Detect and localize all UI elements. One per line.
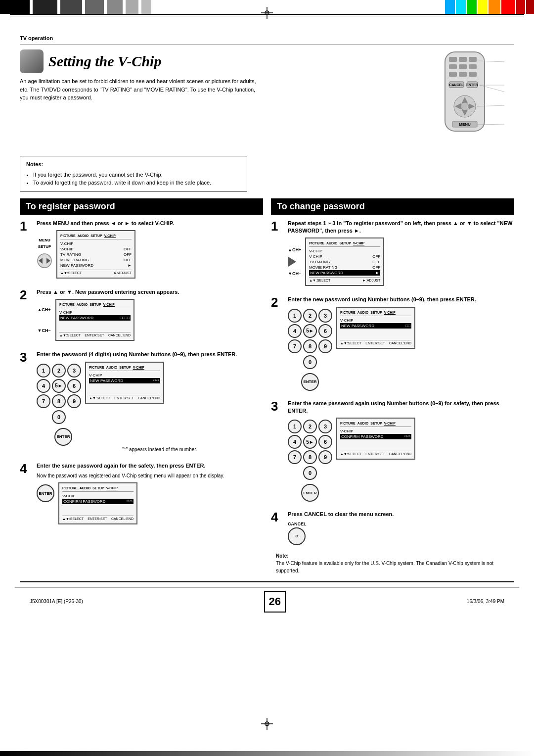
change-step-2-content: Enter the new password using Number butt… <box>288 296 514 392</box>
svg-rect-2 <box>459 57 467 62</box>
crosshair-svg-bottom <box>261 718 273 730</box>
register-step-4: 4 Enter the same password again for the … <box>20 462 263 527</box>
register-step-2-text: Press ▲ or ▼. New password entering scre… <box>37 288 263 296</box>
page-bottom: J5X00301A [E] (P26-30) 26 16/3/06, 3:49 … <box>15 587 519 615</box>
svg-marker-35 <box>288 257 296 267</box>
register-step-2-tv-screen: PICTURE AUDIO SETUP V-CHIP V-CHIP NEW PA… <box>55 299 134 341</box>
num-btn-1: 1 <box>37 364 50 378</box>
num-btn-r3-8: 8 <box>303 450 317 464</box>
register-step-4-tv-screen: PICTURE AUDIO SETUP V-CHIP V-CHIP CONFIR… <box>58 482 137 524</box>
tv-operation-label: TV operation <box>20 35 519 41</box>
register-step-2: 2 Press ▲ or ▼. New password entering sc… <box>20 288 263 344</box>
register-header: To register password <box>20 198 263 215</box>
top-crosshair <box>261 7 273 20</box>
register-step-3: 3 Enter the password (4 digits) using Nu… <box>20 351 263 455</box>
change-step-2-screen: 1 2 3 4 5► 6 7 8 9 0 <box>288 307 514 391</box>
svg-rect-7 <box>449 72 457 77</box>
change-step-1-screen: ▲CH+ ▼CH– PICTURE AUDIO SETUP V-CH <box>288 237 514 286</box>
gray-block-2 <box>107 0 123 14</box>
register-step-1: 1 Press MENU and then press ◄ or ► to se… <box>20 220 263 282</box>
register-step-1-screen: MENU SETUP PICTURE <box>37 230 263 279</box>
register-step-2-number: 2 <box>20 288 34 301</box>
register-step-4-screen: ENTER PICTURE AUDIO SETUP V-CHIP V-CHIP … <box>37 482 263 524</box>
register-step-3-number: 3 <box>20 351 34 364</box>
num-btn-r2-5: 5► <box>303 324 317 338</box>
gray-block-1 <box>85 0 104 14</box>
notes-title: Notes: <box>26 160 241 169</box>
num-btn-r3-5: 5► <box>303 435 317 449</box>
svg-rect-4 <box>449 64 457 69</box>
register-step-1-content: Press MENU and then press ◄ or ► to sele… <box>37 220 263 282</box>
change-step-1-number: 1 <box>271 220 285 233</box>
change-step-1-text: Repeat steps 1 ~ 3 in "To register passw… <box>288 220 514 235</box>
cancel-button: ⊙ <box>288 527 306 545</box>
footer-left: J5X00301A [E] (P26-30) <box>30 599 83 604</box>
num-btn-5: 5► <box>52 379 66 393</box>
num-btn-r3-6: 6 <box>318 435 332 449</box>
change-step-4: 4 Press CANCEL to clear the menu screen.… <box>271 511 514 545</box>
register-column: To register password 1 Press MENU and th… <box>20 198 263 574</box>
green-block <box>467 0 477 14</box>
light-blue-block <box>445 0 455 14</box>
num-btn-r3-3: 3 <box>318 420 332 433</box>
remote-diagram: CANCEL ENTER MENU 0–9 CANCEL ENTER ▲/▼/◄… <box>425 49 514 150</box>
change-step-3-tv-screen: PICTURE AUDIO SETUP V-CHIP V-CHIP CONFIR… <box>336 418 415 460</box>
orange-block <box>489 0 500 14</box>
svg-rect-1 <box>449 57 457 62</box>
change-step-1-content: Repeat steps 1 ~ 3 in "To register passw… <box>288 220 514 289</box>
gray-block-3 <box>126 0 138 14</box>
right-arrow-icon <box>288 254 301 269</box>
register-step-4-text: Enter the same password again for the sa… <box>37 462 263 470</box>
change-step-1: 1 Repeat steps 1 ~ 3 in "To register pas… <box>271 220 514 289</box>
num-btn-r3-2: 2 <box>303 420 317 433</box>
svg-rect-9 <box>469 72 477 77</box>
num-btn-7: 7 <box>37 394 50 408</box>
register-step-1-number: 1 <box>20 220 34 233</box>
num-btn-0: 0 <box>52 410 66 424</box>
change-header: To change password <box>271 198 514 215</box>
gray-block-4 <box>141 0 151 14</box>
change-step-3-screen: 1 2 3 4 5► 6 7 8 9 0 <box>288 418 514 502</box>
crosshair-svg-top <box>261 7 273 19</box>
number-buttons-right-3: 1 2 3 4 5► 6 7 8 9 <box>288 420 332 464</box>
register-step-1-text: Press MENU and then press ◄ or ► to sele… <box>37 220 263 227</box>
num-btn-8: 8 <box>52 394 66 408</box>
dark-red-block <box>516 0 525 14</box>
change-column: To change password 1 Repeat steps 1 ~ 3 … <box>271 198 514 574</box>
num-btn-r2-1: 1 <box>288 309 302 323</box>
number-buttons-left: 1 2 3 4 5► 6 7 8 9 <box>37 364 81 408</box>
svg-point-19 <box>461 102 469 110</box>
cancel-label: CANCEL <box>288 521 307 526</box>
black-block-2 <box>33 0 57 14</box>
num-btn-r2-8: 8 <box>303 339 317 353</box>
change-step-3-number: 3 <box>271 400 285 413</box>
change-step-2-tv-screen: PICTURE AUDIO SETUP V-CHIP V-CHIP NEW PA… <box>336 307 415 349</box>
menu-arrow-icon <box>37 251 52 271</box>
enter-button-step4: ENTER <box>37 484 54 502</box>
change-step-3: 3 Enter the same password again using Nu… <box>271 400 514 504</box>
bottom-note: Note: The V-Chip feature is available on… <box>271 552 514 574</box>
register-step-4-number: 4 <box>20 462 34 475</box>
bottom-color-bar <box>0 751 534 756</box>
num-btn-6: 6 <box>67 379 81 393</box>
number-buttons-right-2: 1 2 3 4 5► 6 7 8 9 <box>288 309 332 353</box>
title-icon <box>20 49 44 73</box>
num-btn-r3-0: 0 <box>303 466 317 480</box>
enter-button-change-3: ENTER <box>301 484 319 502</box>
register-step-3-text: Enter the password (4 digits) using Numb… <box>37 351 263 358</box>
register-step-3-tv-screen: PICTURE AUDIO SETUP V-CHIP V-CHIP NEW PA… <box>85 362 164 404</box>
dark-block-1 <box>60 0 82 14</box>
num-btn-r2-6: 6 <box>318 324 332 338</box>
num-btn-4: 4 <box>37 379 50 393</box>
red-block <box>501 0 515 14</box>
bottom-note-text: The V-Chip feature is available only for… <box>276 560 509 574</box>
register-step-2-screen: ▲CH+ ▼CH– PICTURE AUDIO SETUP V-CHIP <box>37 299 263 341</box>
num-btn-r2-4: 4 <box>288 324 302 338</box>
enter-button-step3: ENTER <box>54 428 72 446</box>
title-section: Setting the V-Chip An age limitation can… <box>15 49 519 150</box>
num-btn-r2-3: 3 <box>318 309 332 323</box>
num-btn-r2-0: 0 <box>303 355 317 369</box>
bottom-note-title: Note: <box>276 552 509 560</box>
section-rule <box>20 44 514 45</box>
num-btn-r3-9: 9 <box>318 450 332 464</box>
